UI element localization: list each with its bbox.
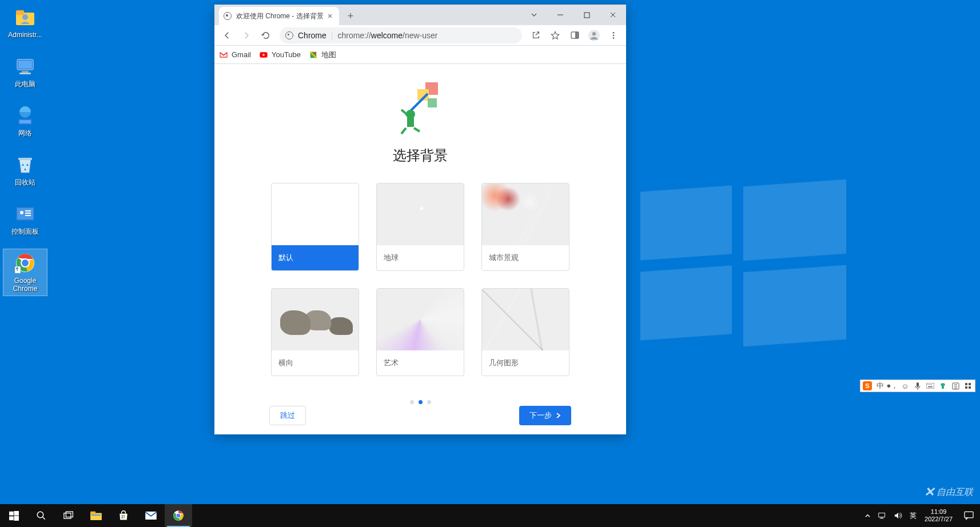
tab-strip: 欢迎使用 Chrome - 选择背景 × +	[214, 5, 626, 25]
ime-voice-icon[interactable]	[913, 381, 922, 390]
bg-card-city[interactable]: 城市景观	[481, 183, 569, 271]
bookmark-youtube[interactable]: YouTube	[259, 50, 301, 59]
start-button[interactable]	[0, 504, 27, 527]
svg-point-46	[931, 384, 932, 385]
page-content: 选择背景 默认 地球 城市景观 横向 艺术	[214, 64, 626, 434]
ime-menu-icon[interactable]	[963, 381, 973, 390]
tray-network-icon[interactable]	[874, 504, 890, 527]
ime-emoji-icon[interactable]: ☺	[901, 381, 910, 390]
tray-volume-icon[interactable]	[890, 504, 906, 527]
skip-button[interactable]: 跳过	[269, 406, 306, 425]
menu-button[interactable]	[604, 26, 623, 45]
omnibox-path-strong: welcome	[371, 31, 403, 40]
chevron-right-icon	[556, 413, 561, 418]
ime-lang[interactable]: 中	[875, 381, 885, 390]
desktop-icon-label: Administr...	[8, 31, 42, 39]
search-button[interactable]	[27, 504, 55, 527]
bg-card-geometry[interactable]: 几何图形	[481, 288, 569, 376]
step-dot[interactable]	[427, 400, 431, 404]
ime-skin-icon[interactable]	[938, 381, 947, 390]
gmail-icon	[219, 50, 228, 59]
forward-button[interactable]	[237, 26, 256, 45]
back-button[interactable]	[218, 26, 236, 45]
svg-line-40	[414, 128, 420, 131]
svg-point-27	[592, 32, 596, 35]
maps-icon	[309, 50, 318, 59]
svg-rect-38	[407, 118, 414, 127]
step-dot[interactable]	[410, 400, 414, 404]
address-bar[interactable]: Chrome | chrome://welcome/new-user	[280, 27, 522, 43]
tray-ime-lang[interactable]: 英	[906, 504, 920, 527]
step-dot-active[interactable]	[419, 400, 423, 404]
svg-rect-61	[90, 513, 102, 521]
new-tab-button[interactable]: +	[342, 8, 358, 24]
step-dots	[214, 400, 626, 404]
taskbar: 英 11:09 2022/7/27	[0, 504, 980, 527]
desktop-icon-recycle-bin[interactable]: 回收站	[3, 151, 47, 189]
bg-card-landscape[interactable]: 横向	[271, 288, 359, 376]
watermark-x-icon: ✕	[924, 485, 934, 500]
user-folder-icon	[14, 6, 37, 29]
bookmark-button[interactable]	[546, 26, 564, 45]
bg-card-label: 默认	[272, 245, 358, 270]
bookmark-gmail[interactable]: Gmail	[219, 50, 251, 59]
bg-thumb-landscape	[272, 289, 358, 350]
svg-rect-59	[63, 513, 70, 519]
svg-rect-62	[90, 512, 95, 514]
bg-card-label: 地球	[377, 245, 464, 270]
desktop-icon-label: 回收站	[15, 178, 35, 186]
tab-search-button[interactable]	[521, 5, 547, 25]
taskbar-mail[interactable]	[137, 504, 165, 527]
tray-overflow-button[interactable]	[861, 504, 874, 527]
network-icon	[14, 104, 37, 127]
svg-rect-64	[122, 515, 124, 517]
svg-point-44	[927, 384, 929, 385]
bg-card-earth[interactable]: 地球	[376, 183, 464, 271]
svg-rect-4	[18, 61, 32, 69]
desktop-icon-label: 控制面板	[11, 227, 39, 235]
svg-point-32	[314, 52, 316, 54]
page-heading: 选择背景	[393, 146, 448, 165]
task-view-button[interactable]	[55, 504, 82, 527]
desktop-icon-control-panel[interactable]: 控制面板	[3, 200, 47, 238]
minimize-button[interactable]	[547, 5, 573, 25]
desktop-icon-this-pc[interactable]: 此电脑	[3, 53, 47, 90]
ime-punct-icon[interactable]: ●，	[888, 381, 897, 390]
maximize-button[interactable]	[573, 5, 600, 25]
desktop-icon-network[interactable]: 网络	[3, 102, 47, 139]
next-button[interactable]: 下一步	[519, 406, 571, 425]
ime-tools-icon[interactable]	[951, 381, 960, 390]
svg-rect-14	[25, 210, 31, 211]
bookmark-maps[interactable]: 地图	[309, 50, 336, 60]
tray-notifications-button[interactable]	[957, 511, 980, 520]
svg-rect-25	[575, 32, 578, 38]
ime-keyboard-icon[interactable]	[926, 381, 935, 390]
reload-button[interactable]	[257, 26, 275, 45]
browser-tab[interactable]: 欢迎使用 Chrome - 选择背景 ×	[219, 7, 339, 25]
sogou-icon[interactable]: S	[863, 381, 872, 390]
svg-rect-63	[91, 514, 101, 516]
svg-rect-16	[25, 215, 31, 216]
page-footer: 跳过 下一步	[214, 406, 626, 425]
desktop-icon-chrome[interactable]: Google Chrome	[3, 249, 47, 296]
ime-toolbar[interactable]: S 中 ●， ☺	[860, 380, 975, 392]
tab-close-button[interactable]: ×	[325, 11, 334, 21]
tray-clock[interactable]: 11:09 2022/7/27	[920, 508, 957, 523]
share-button[interactable]	[527, 26, 545, 45]
taskbar-explorer[interactable]	[82, 504, 110, 527]
profile-button[interactable]	[585, 26, 603, 45]
taskbar-store[interactable]	[110, 504, 137, 527]
bg-card-default[interactable]: 默认	[271, 183, 359, 271]
desktop-icon-label: 此电脑	[15, 80, 35, 88]
bg-card-art[interactable]: 艺术	[376, 288, 464, 376]
bg-thumb-geometry	[482, 289, 569, 350]
svg-point-2	[22, 14, 28, 20]
close-button[interactable]	[600, 5, 626, 25]
site-info-icon[interactable]	[285, 31, 293, 39]
desktop-icon-administrator[interactable]: Administr...	[3, 3, 47, 41]
bg-thumb-city	[482, 183, 569, 245]
svg-rect-9	[19, 120, 31, 123]
taskbar-chrome[interactable]	[165, 504, 192, 527]
side-panel-button[interactable]	[565, 26, 584, 45]
bg-thumb-earth	[377, 183, 464, 245]
